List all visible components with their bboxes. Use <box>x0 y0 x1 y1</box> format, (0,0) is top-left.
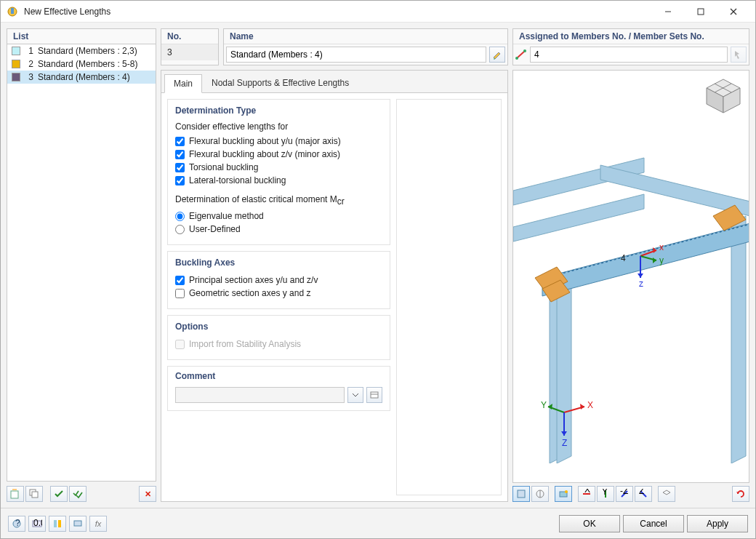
app-icon <box>7 6 18 17</box>
view-mode-2-button[interactable] <box>531 486 549 502</box>
copy-item-button[interactable] <box>25 486 43 502</box>
list-item[interactable]: 2 Standard (Members : 5-8) <box>7 57 156 71</box>
svg-rect-6 <box>11 491 18 498</box>
list-body: 1 Standard (Members : 2,3) 2 Standard (M… <box>7 44 156 482</box>
group-buckling: Buckling Axes Principal section axes y/u… <box>167 251 390 309</box>
group-determination: Determination Type Consider effective le… <box>167 99 390 245</box>
svg-rect-9 <box>32 492 38 498</box>
list-item-num: 2 <box>25 59 33 69</box>
svg-text:x: x <box>659 242 664 252</box>
svg-text:Y: Y <box>541 400 547 410</box>
help-button[interactable]: ? <box>8 516 25 532</box>
name-label: Name <box>224 29 507 44</box>
titlebar: New Effective Lengths <box>1 1 755 23</box>
mid-row: MainNodal Supports & Effective Lengths D… <box>161 70 749 502</box>
list-item[interactable]: 3 Standard (Members : 4) <box>7 71 156 84</box>
close-button[interactable] <box>717 1 749 23</box>
radio-input[interactable] <box>175 225 185 234</box>
show-model-button[interactable] <box>555 486 572 502</box>
tab-nodal-supports-effective-lengths[interactable]: Nodal Supports & Effective Lengths <box>202 73 358 92</box>
svg-text:Z: Z <box>639 489 644 496</box>
comment-dropdown[interactable] <box>347 387 363 403</box>
form-scroll: Determination Type Consider effective le… <box>161 93 507 501</box>
comment-title: Comment <box>175 371 382 381</box>
preview-column: x y z 4 X Y <box>512 70 749 502</box>
checkbox-label: Torsional buckling <box>189 162 258 172</box>
checkbox-label: Geometric section axes y and z <box>189 288 310 298</box>
delete-item-button[interactable]: ✕ <box>139 486 156 502</box>
svg-text:Y: Y <box>602 489 608 497</box>
checkbox-row: Flexural buckling about z/v (minor axis) <box>175 148 382 161</box>
nav-cube[interactable] <box>704 76 743 116</box>
right-area: No. 3 Name Assigned to Members No. / Mem… <box>161 28 749 502</box>
list-panel: List 1 Standard (Members : 2,3) 2 Standa… <box>7 28 156 502</box>
tab-main[interactable]: Main <box>164 74 202 93</box>
list-header: List <box>7 28 156 44</box>
comment-input[interactable] <box>175 387 345 403</box>
check-all-button[interactable] <box>69 486 87 502</box>
checkbox-label: Flexural buckling about z/v (minor axis) <box>189 149 340 159</box>
reset-view-button[interactable] <box>732 486 749 502</box>
svg-rect-50 <box>518 490 525 498</box>
function-button[interactable]: fx <box>89 516 107 532</box>
top-row: No. 3 Name Assigned to Members No. / Mem… <box>161 28 749 65</box>
apply-button[interactable]: Apply <box>687 515 748 532</box>
assigned-input[interactable] <box>530 47 728 63</box>
ok-button[interactable]: OK <box>559 515 620 532</box>
dialog-window: New Effective Lengths List 1 Standard (M… <box>0 0 756 539</box>
dialog-body: List 1 Standard (Members : 2,3) 2 Standa… <box>1 23 755 508</box>
view-iso-button[interactable] <box>658 486 675 502</box>
checkbox-row: Geometric section axes y and z <box>175 287 382 300</box>
name-input[interactable] <box>226 47 486 63</box>
check-one-button[interactable] <box>50 486 68 502</box>
checkbox-input[interactable] <box>175 289 185 298</box>
new-item-button[interactable] <box>7 486 24 502</box>
minimize-button[interactable] <box>651 1 684 23</box>
comment-library-button[interactable] <box>366 387 382 403</box>
svg-marker-26 <box>513 194 644 241</box>
units-button[interactable]: 0.00 <box>28 516 46 532</box>
axis-z-button[interactable]: -Z <box>616 486 633 502</box>
axis-x-button[interactable]: X <box>578 486 595 502</box>
assigned-label: Assigned to Members No. / Member Sets No… <box>513 29 749 44</box>
no-label: No. <box>161 29 218 44</box>
list-toolbar: ✕ <box>7 482 156 502</box>
radio-input[interactable] <box>175 212 185 221</box>
list-item[interactable]: 1 Standard (Members : 2,3) <box>7 44 156 57</box>
group-options: Options Import from Stability Analysis <box>167 315 390 360</box>
preview-pane[interactable]: x y z 4 X Y <box>512 70 749 483</box>
checkbox-input[interactable] <box>175 276 185 285</box>
checkbox-input[interactable] <box>175 150 185 159</box>
axis-y-button[interactable]: Y <box>597 486 614 502</box>
checkbox-input <box>175 340 185 349</box>
axis-z2-button[interactable]: Z <box>635 486 652 502</box>
display-button[interactable] <box>69 516 87 532</box>
svg-text:0.00: 0.00 <box>33 519 42 528</box>
checkbox-row: Torsional buckling <box>175 161 382 174</box>
view-mode-1-button[interactable] <box>512 486 530 502</box>
checkbox-row: Import from Stability Analysis <box>175 338 382 351</box>
svg-rect-70 <box>58 520 61 527</box>
model-view: x y z 4 X Y <box>513 71 749 463</box>
settings-button[interactable] <box>49 516 66 532</box>
svg-marker-63 <box>663 490 670 495</box>
comment-block: Comment <box>167 366 390 411</box>
checkbox-input[interactable] <box>175 176 185 185</box>
svg-rect-1 <box>11 8 14 14</box>
window-title: New Effective Lengths <box>24 7 651 17</box>
checkbox-input[interactable] <box>175 137 185 146</box>
checkbox-input[interactable] <box>175 163 185 172</box>
group-buckling-title: Buckling Axes <box>175 257 382 268</box>
svg-text:y: y <box>659 255 664 265</box>
mcr-label: Determination of elastic critical moment… <box>175 194 382 207</box>
maximize-button[interactable] <box>684 1 717 23</box>
name-edit-button[interactable] <box>489 47 505 63</box>
assigned-pick-button[interactable] <box>731 47 747 63</box>
svg-marker-37 <box>638 274 643 278</box>
svg-point-13 <box>523 49 526 52</box>
radio-label: Eigenvalue method <box>189 211 264 221</box>
cancel-button[interactable]: Cancel <box>623 515 684 532</box>
group-options-title: Options <box>175 322 382 332</box>
svg-point-12 <box>515 57 518 60</box>
svg-rect-3 <box>698 9 704 15</box>
